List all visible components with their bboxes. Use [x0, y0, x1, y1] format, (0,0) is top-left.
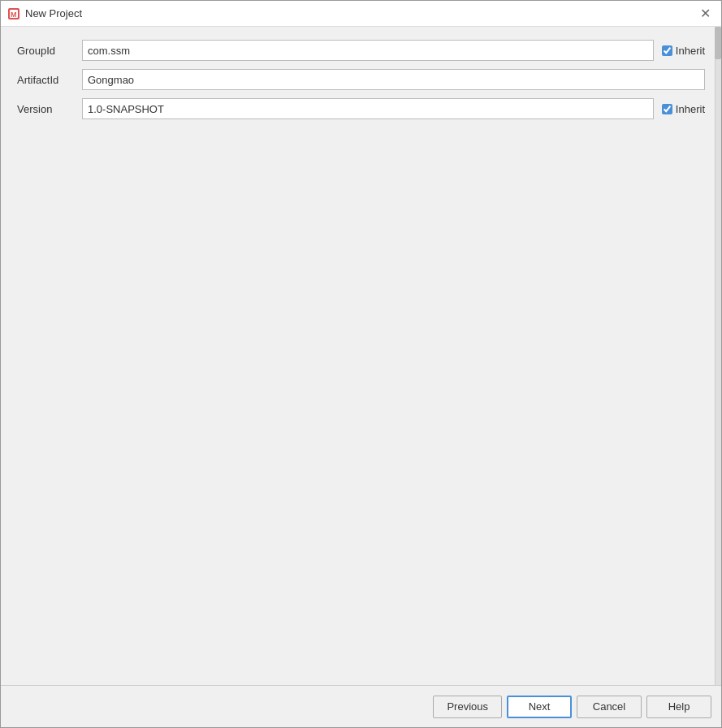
cancel-button[interactable]: Cancel: [577, 696, 642, 718]
version-inherit-label: Inherit: [676, 103, 705, 115]
button-bar: Previous Next Cancel Help: [1, 685, 721, 727]
artifactid-row: ArtifactId: [17, 69, 705, 90]
new-project-dialog: M New Project ✕ GroupId Inherit Artifact…: [0, 0, 722, 728]
version-row: Version Inherit: [17, 98, 705, 119]
next-button[interactable]: Next: [507, 696, 572, 718]
svg-text:M: M: [11, 11, 17, 19]
content-area: GroupId Inherit ArtifactId Version Inher…: [1, 27, 721, 685]
groupid-label: GroupId: [17, 45, 82, 57]
groupid-input[interactable]: [82, 40, 654, 61]
artifactid-input[interactable]: [82, 69, 705, 90]
groupid-row: GroupId Inherit: [17, 40, 705, 61]
groupid-inherit-check[interactable]: Inherit: [662, 45, 705, 57]
help-button[interactable]: Help: [646, 696, 711, 718]
groupid-inherit-label: Inherit: [676, 45, 705, 57]
window-icon: M: [7, 7, 20, 20]
title-bar: M New Project ✕: [1, 1, 721, 27]
version-input[interactable]: [82, 98, 654, 119]
version-inherit-check[interactable]: Inherit: [662, 103, 705, 115]
previous-button[interactable]: Previous: [433, 696, 502, 718]
scrollbar-thumb[interactable]: [715, 27, 721, 59]
version-label: Version: [17, 103, 82, 115]
artifactid-label: ArtifactId: [17, 74, 82, 86]
version-inherit-checkbox[interactable]: [662, 104, 672, 114]
scrollbar[interactable]: [715, 27, 721, 685]
groupid-inherit-checkbox[interactable]: [662, 45, 672, 56]
close-button[interactable]: ✕: [695, 4, 715, 24]
window-title: New Project: [25, 7, 695, 19]
